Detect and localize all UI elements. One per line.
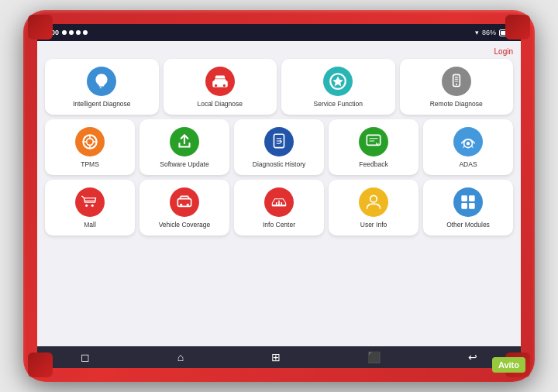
app-area: Login Intelligent Diagnose [37,41,521,346]
svg-point-32 [370,196,377,203]
battery-percent: 86% [482,29,496,36]
svg-point-3 [223,84,226,87]
app-user-info[interactable]: User Info [329,180,418,236]
app-other-modules[interactable]: Other Modules [423,180,513,236]
feedback-icon [359,127,388,156]
location-icon [76,30,81,35]
wifi-signal-icon: ▾ [475,29,479,36]
app-label-adas: ADAS [459,160,477,168]
app-label-feedback: Feedback [359,160,388,168]
service-function-icon [323,67,353,96]
svg-point-27 [187,204,189,206]
app-tpms[interactable]: TPMS [45,119,135,175]
app-label-info-center: Info Center [263,221,295,229]
app-diagnostic-history[interactable]: Diagnostic History [234,119,324,175]
nav-recent-button[interactable]: ⊞ [265,348,287,366]
corner-bumper-bl [28,352,53,377]
app-label-tpms: TPMS [81,160,99,168]
corner-bumper-tl [28,15,53,40]
app-label-remote-diagnose: Remote Diagnose [430,100,483,108]
apps-row-3: Mall Vehicle Coverage [45,180,513,236]
local-diagnose-icon [205,67,235,96]
svg-rect-36 [469,203,475,209]
svg-point-11 [87,139,94,146]
app-info-center[interactable]: Info Center [234,180,324,236]
apps-row-1: Intelligent Diagnose Local Diagnose [45,59,513,115]
notification-icon [83,30,88,35]
app-vehicle-coverage[interactable]: Vehicle Coverage [140,180,229,236]
tablet-device: 4:00 ▾ 86% Login [23,10,535,382]
corner-bumper-tr [505,15,530,40]
svg-point-26 [180,204,182,206]
svg-point-19 [467,142,470,145]
nav-home-button[interactable]: ⌂ [171,348,190,366]
svg-rect-33 [461,196,467,202]
info-center-icon [264,187,294,217]
login-bar: Login [45,47,513,56]
login-button[interactable]: Login [494,47,513,56]
svg-line-20 [463,146,465,148]
intelligent-diagnose-icon [87,67,116,96]
wifi-icon [69,30,74,35]
nav-gallery-button[interactable]: ⬛ [361,348,387,366]
signal-icon [62,30,67,35]
avito-badge: Avito [492,357,525,373]
app-label-vehicle-coverage: Vehicle Coverage [159,221,211,229]
app-software-update[interactable]: Software Update [140,119,229,175]
app-label-local-diagnose: Local Diagnose [197,100,243,108]
app-label-diagnostic-history: Diagnostic History [253,160,306,168]
svg-rect-25 [177,199,191,207]
app-service-function[interactable]: Service Function [281,59,395,115]
status-bar: 4:00 ▾ 86% [37,24,521,41]
screen: 4:00 ▾ 86% Login [37,24,521,368]
svg-point-6 [456,84,457,85]
nav-return-button[interactable]: ↩ [462,348,484,366]
vehicle-coverage-icon [170,187,199,217]
svg-rect-1 [212,81,228,88]
app-local-diagnose[interactable]: Local Diagnose [164,59,277,115]
svg-line-21 [471,146,473,148]
user-info-icon [359,187,388,217]
tpms-icon [75,127,105,156]
software-update-icon [170,127,199,156]
svg-point-0 [100,77,103,80]
remote-diagnose-icon [442,67,471,96]
svg-rect-35 [461,203,467,209]
other-modules-icon [453,187,483,217]
nav-bar: ◻ ⌂ ⊞ ⬛ ↩ [37,346,521,368]
app-label-user-info: User Info [360,221,388,229]
app-feedback[interactable]: Feedback [329,119,418,175]
diagnostic-history-icon [264,127,294,156]
apps-row-2: TPMS Software Update [45,119,513,175]
app-intelligent-diagnose[interactable]: Intelligent Diagnose [45,59,159,115]
mall-icon [75,187,105,217]
svg-point-23 [91,205,94,207]
app-adas[interactable]: ADAS [423,119,513,175]
app-label-software-update: Software Update [160,160,208,168]
app-label-other-modules: Other Modules [446,221,490,229]
app-mall[interactable]: Mall [45,180,135,236]
app-label-service-function: Service Function [314,100,363,108]
nav-back-button[interactable]: ◻ [74,348,96,366]
svg-rect-34 [469,196,475,202]
app-label-mall: Mall [84,221,96,229]
status-icons [62,30,88,35]
svg-point-22 [85,205,88,207]
app-remote-diagnose[interactable]: Remote Diagnose [400,59,514,115]
svg-point-2 [215,84,217,87]
app-label-intelligent-diagnose: Intelligent Diagnose [73,100,131,108]
adas-icon [453,127,483,156]
